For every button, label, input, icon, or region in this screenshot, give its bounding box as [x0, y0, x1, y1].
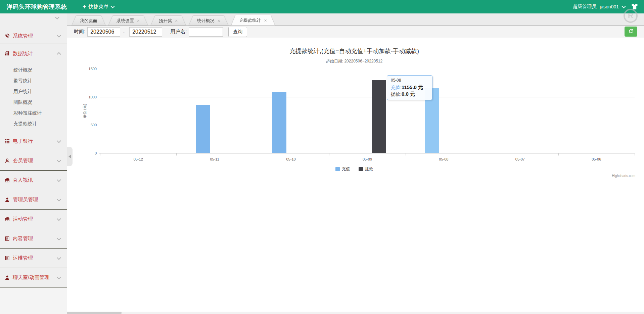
- chevron-down-icon: [57, 236, 61, 240]
- sidebar-item-团队概况[interactable]: 团队概况: [0, 97, 67, 107]
- sidebar-group-label: 管理员管理: [13, 196, 38, 203]
- y-tick-label: 1000: [77, 95, 97, 99]
- username-input[interactable]: [189, 27, 223, 37]
- tooltip-rows: 充值:1155.0 元提款:0.0 元: [391, 84, 428, 97]
- legend-item-提款[interactable]: 提款: [359, 166, 373, 172]
- chart-subtitle: 起始日期: 20220506~20220512: [67, 58, 641, 64]
- tab-shape[interactable]: 预开奖×: [151, 16, 186, 26]
- tab-shape[interactable]: 我的桌面: [72, 16, 105, 26]
- query-button[interactable]: 查询: [228, 27, 247, 37]
- x-category-label: 05-06: [581, 157, 611, 161]
- gift-icon: [5, 217, 13, 222]
- username[interactable]: jason001: [600, 4, 619, 9]
- x-category-label: 05-07: [505, 157, 535, 161]
- legend-swatch: [359, 167, 363, 171]
- sidebar-item-彩种投注统计[interactable]: 彩种投注统计: [0, 107, 67, 118]
- username-label: 用户名:: [170, 29, 187, 35]
- sidebar-item-充提款统计[interactable]: 充提款统计: [0, 118, 67, 129]
- sidebar-group-8[interactable]: 内容管理: [0, 229, 67, 249]
- tooltip-date: 05-08: [391, 78, 428, 83]
- legend-item-充值[interactable]: 充值: [335, 166, 350, 172]
- tooltip-series-value: 0.0 元: [402, 91, 415, 97]
- gear-icon: [5, 33, 13, 39]
- x-axis-tick: [482, 153, 482, 155]
- admin-icon: [5, 197, 13, 203]
- tab-5[interactable]: 充提款统计×: [231, 15, 275, 26]
- date-from-input[interactable]: [87, 27, 120, 37]
- date-to-input[interactable]: [129, 27, 162, 37]
- user-role: 超级管理员: [573, 4, 596, 10]
- watermark-letter: R: [628, 11, 633, 20]
- sidebar-group-4[interactable]: 会员管理: [0, 151, 67, 171]
- sidebar-group-label: 数据统计: [13, 50, 33, 57]
- x-category-label: 05-09: [352, 157, 382, 161]
- sidebar-group-5[interactable]: 真人视讯: [0, 171, 67, 190]
- tooltip-row: 充值:1155.0 元: [391, 84, 428, 91]
- refresh-button[interactable]: [625, 27, 637, 37]
- chart-legend: 充值提款: [67, 166, 641, 172]
- content-icon: [5, 236, 13, 241]
- chevron-down-icon: [57, 33, 61, 38]
- x-axis-tick: [406, 153, 406, 155]
- bar-提款-05-09[interactable]: [372, 80, 386, 153]
- list-icon: [5, 139, 13, 144]
- tab-2[interactable]: 系统设置×: [108, 16, 148, 26]
- tab-label: 系统设置: [117, 18, 134, 24]
- member-icon: [5, 158, 13, 164]
- tooltip-series-value: 1155.0 元: [402, 84, 423, 90]
- sidebar-collapse-handle[interactable]: [67, 147, 73, 166]
- refresh-icon: [628, 29, 634, 35]
- tab-close-icon[interactable]: ×: [137, 18, 140, 23]
- tab-1[interactable]: 我的桌面: [72, 16, 105, 26]
- sidebar-item-统计概况[interactable]: 统计概况: [0, 64, 67, 75]
- tab-shape[interactable]: 系统设置×: [108, 16, 148, 26]
- sidebar-group-label: 电子银行: [13, 138, 33, 144]
- sidebar-group-3[interactable]: 电子银行: [0, 132, 67, 151]
- x-category-label: 05-10: [276, 157, 306, 161]
- chevron-down-icon: [57, 158, 61, 163]
- sidebar-group-7[interactable]: 活动管理: [0, 210, 67, 229]
- y-tick-label: 500: [77, 123, 97, 127]
- x-axis-tick: [176, 153, 177, 155]
- x-axis-tick: [635, 153, 635, 155]
- sidebar-group-2[interactable]: 数据统计: [0, 44, 67, 63]
- quick-menu-label: 快捷菜单: [89, 4, 109, 10]
- chevron-down-icon: [57, 197, 61, 201]
- x-category-label: 05-08: [428, 157, 459, 161]
- tab-close-icon[interactable]: ×: [264, 18, 267, 23]
- sidebar-submenu: 统计概况盈亏统计用户统计团队概况彩种投注统计充提款统计: [0, 63, 67, 132]
- y-axis-title: 单位 (元): [82, 98, 87, 125]
- sidebar-item-用户统计[interactable]: 用户统计: [0, 86, 67, 97]
- sidebar-group-9[interactable]: 运维管理: [0, 249, 67, 268]
- x-category-label: 05-11: [199, 157, 230, 161]
- quick-menu-button[interactable]: + 快捷菜单: [83, 4, 114, 10]
- chart-area: 充提款统计,(充值=自动充值+手动加款-手动减款) 起始日期: 20220506…: [67, 38, 644, 312]
- bar-充值-05-11[interactable]: [196, 105, 210, 153]
- sidebar-group-6[interactable]: 管理员管理: [0, 190, 67, 210]
- sidebar-group-10[interactable]: 聊天室/动画管理: [0, 268, 67, 287]
- tab-label: 充提款统计: [239, 17, 261, 24]
- bar-充值-05-10[interactable]: [272, 92, 286, 153]
- gridline-1000: [100, 97, 635, 97]
- tab-4[interactable]: 统计概况×: [189, 16, 228, 26]
- gift-icon: [5, 178, 13, 183]
- tab-close-icon[interactable]: ×: [175, 18, 178, 23]
- horizontal-scrollbar[interactable]: [0, 312, 644, 314]
- tab-close-icon[interactable]: ×: [217, 18, 220, 23]
- sidebar-group-1[interactable]: 系统管理: [0, 28, 67, 44]
- legend-label: 充值: [342, 166, 350, 172]
- tab-shape[interactable]: 统计概况×: [189, 16, 228, 26]
- x-axis-tick: [558, 153, 559, 155]
- chart-tooltip: 05-08 充值:1155.0 元提款:0.0 元: [387, 75, 432, 100]
- sidebar-group-label: 运维管理: [13, 255, 33, 261]
- tab-label: 我的桌面: [80, 18, 97, 24]
- registered-trademark-watermark: R: [624, 9, 638, 23]
- tab-shape[interactable]: 充提款统计×: [231, 15, 275, 26]
- x-axis-tick: [329, 153, 329, 155]
- tab-3[interactable]: 预开奖×: [151, 16, 186, 26]
- sidebar-item-盈亏统计[interactable]: 盈亏统计: [0, 75, 67, 86]
- app-header: 洋码头环球购管理系统 + 快捷菜单 超级管理员 jason001: [0, 0, 644, 13]
- user-menu-chevron-icon[interactable]: [622, 4, 626, 8]
- y-tick-label: 1500: [77, 67, 97, 71]
- triangle-left-icon: [68, 154, 71, 159]
